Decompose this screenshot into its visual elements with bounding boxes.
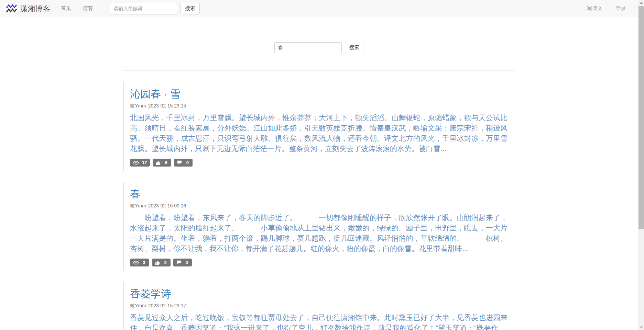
post-date: 2023-02-16 00:16 [148,203,186,208]
comments-badge: 0 [173,259,192,266]
header-search-input[interactable] [110,3,177,14]
login-link[interactable]: 登录 [615,5,626,12]
post-meta: 敏Ymm2023-02-16 00:16 [130,202,507,209]
post-title-link[interactable]: 香菱学诗 [130,288,507,300]
post-title-link[interactable]: 春 [130,188,507,200]
main-content: 搜索 沁园春 · 雪 敏Ymm2023-02-15 23:15 北国风光，千里冰… [123,42,515,330]
speech-bubble-icon [177,160,185,165]
post-excerpt: 北国风光，千里冰封，万里雪飘。望长城内外，惟余莽莽；大河上下，顿失滔滔。山舞银蛇… [130,113,507,154]
content-search-button[interactable]: 搜索 [345,42,364,53]
post-stats-row: 3 2 0 [130,259,507,266]
header-search-button[interactable]: 搜索 [181,3,200,14]
post-author: 敏Ymm [130,103,146,109]
write-post-link[interactable]: 写博文 [587,5,602,12]
scroll-down-arrow-icon[interactable] [638,325,644,330]
post-stats-row: 17 6 0 [130,159,507,167]
content-search-input[interactable] [274,42,342,53]
post-excerpt: 香菱见过众人之后，吃过晚饭，宝钗等都往贾母处去了，自己便往潇湘馆中来。此时黛玉已… [130,312,507,330]
nav-item-blog[interactable]: 博客 [83,5,93,12]
likes-count: 2 [163,260,167,265]
main-nav: 首页 博客 [61,5,105,12]
brand-name: 潇湘博客 [20,4,51,13]
views-count: 17 [142,160,147,165]
likes-badge: 2 [152,259,171,266]
post-date: 2023-02-15 23:15 [148,103,186,109]
post-meta: 敏Ymm2023-02-15 23:15 [130,102,507,109]
thumbs-up-icon [155,260,163,265]
nav-item-home[interactable]: 首页 [61,5,71,12]
scroll-up-arrow-icon[interactable] [638,0,644,5]
post-excerpt: 盼望着，盼望着，东风来了，春天的脚步近了。 一切都像刚睡醒的样子，欣欣然张开了眼… [130,213,507,254]
likes-count: 6 [164,160,168,165]
results-divider [123,70,515,71]
views-count: 3 [142,260,146,265]
vertical-scrollbar [638,0,644,330]
views-badge: 17 [130,159,150,167]
comments-count: 0 [185,160,189,165]
views-badge: 3 [130,259,149,266]
eye-icon [133,261,142,265]
content-search-form: 搜索 [123,42,515,53]
blog-post-item: 香菱学诗 敏Ymm2023-02-15 23:17 香菱见过众人之后，吃过晚饭，… [123,282,515,330]
blog-post-item: 春 敏Ymm2023-02-16 00:16 盼望着，盼望着，东风来了，春天的脚… [123,182,515,271]
header-actions: 写博文 登录 [574,5,626,12]
post-author: 敏Ymm [130,203,146,208]
post-date: 2023-02-15 23:17 [148,303,186,308]
post-title-link[interactable]: 沁园春 · 雪 [130,88,507,100]
eye-icon [133,161,142,165]
comments-count: 0 [185,260,189,265]
speech-bubble-icon [176,260,184,265]
comments-badge: 0 [174,159,193,167]
thumbs-up-icon [156,160,164,165]
likes-badge: 6 [153,159,171,167]
scrollbar-thumb[interactable] [638,6,644,229]
post-author: 敏Ymm [130,303,146,308]
logo-zigzag-icon [6,4,17,13]
top-navbar: 潇湘博客 首页 博客 搜索 写博文 登录 [0,0,638,17]
header-search-form: 搜索 [110,3,200,14]
post-meta: 敏Ymm2023-02-15 23:17 [130,302,507,309]
blog-post-item: 沁园春 · 雪 敏Ymm2023-02-15 23:15 北国风光，千里冰封，万… [123,82,515,171]
brand-link[interactable]: 潇湘博客 [6,4,51,13]
blog-page: 潇湘博客 首页 博客 搜索 写博文 登录 搜索 沁园春 · 雪 敏Ymm2023… [0,0,638,330]
